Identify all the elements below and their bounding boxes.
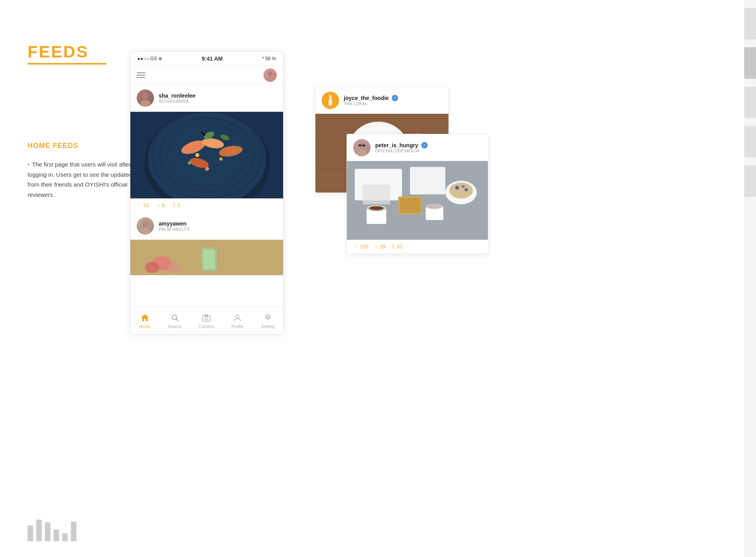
- share-action[interactable]: ⤴ 5: [173, 202, 180, 208]
- hamburger-icon[interactable]: [137, 72, 145, 78]
- card-share-icon: ⤴: [392, 244, 395, 250]
- svg-rect-73: [363, 185, 390, 204]
- feed-image-1[interactable]: [130, 112, 283, 198]
- share-count: 5: [178, 202, 180, 208]
- hamburger-line-3: [137, 77, 145, 78]
- card-username-2: peter_is_hungry: [375, 142, 418, 148]
- feed-username-2: amyyawen: [159, 220, 277, 227]
- nav-search[interactable]: Search: [168, 313, 182, 329]
- scroll-tab-4: [744, 126, 756, 157]
- search-icon: [170, 313, 180, 322]
- svg-rect-29: [203, 250, 215, 269]
- svg-line-32: [176, 319, 178, 321]
- feed-avatar-1[interactable]: [137, 89, 154, 107]
- card-user-info-1: joyce_the_foodie ✓ THE LOKAL: [344, 95, 398, 106]
- scroll-tab-2: [744, 47, 756, 79]
- cards-container: joyce_the_foodie ✓ THE LOKAL: [315, 87, 512, 339]
- like-action[interactable]: ♡ 33: [137, 202, 149, 208]
- home-feeds-text: The first page that users will visit aft…: [28, 161, 145, 198]
- card-share-action[interactable]: ⤴ 33: [392, 244, 402, 250]
- nav-home-label: Home: [139, 324, 150, 329]
- nav-home[interactable]: Home: [139, 313, 150, 329]
- feed-restaurant-1: SUSHISAMBA: [159, 99, 277, 104]
- camera-icon: [202, 313, 211, 322]
- hamburger-line-1: [137, 72, 145, 73]
- clock: 9:41 AM: [202, 56, 222, 62]
- card-image-2: [347, 161, 488, 240]
- card-restaurant-2: Oficina 1000 Miglia: [375, 148, 428, 153]
- profile-icon: [233, 313, 242, 322]
- home-icon: [140, 313, 150, 322]
- feed-user-info-2: amyyawen PALM VAULTS: [159, 220, 277, 231]
- nav-avatar[interactable]: [263, 68, 277, 82]
- svg-point-70: [455, 186, 459, 190]
- nav-camera[interactable]: Camera: [199, 313, 214, 329]
- signal-status: ●●○○ GS ⊕: [137, 56, 162, 61]
- svg-point-0: [268, 71, 272, 76]
- svg-marker-30: [141, 314, 149, 321]
- svg-point-65: [369, 206, 384, 210]
- setting-icon: [263, 313, 272, 322]
- svg-rect-57: [358, 144, 361, 146]
- phone-bottom-nav: Home Search Camera: [130, 307, 283, 334]
- svg-point-72: [465, 188, 468, 191]
- svg-rect-62: [410, 167, 445, 194]
- card-heart-icon: ♡: [353, 244, 358, 250]
- phone-mockup: ●●○○ GS ⊕ 9:41 AM * 58 % sha_ronleelee S: [130, 51, 284, 335]
- svg-point-3: [140, 100, 150, 107]
- scroll-tab-1: [744, 8, 756, 39]
- verified-badge-1: ✓: [392, 95, 398, 101]
- feed-avatar-2[interactable]: [137, 217, 154, 235]
- svg-point-22: [142, 221, 148, 227]
- svg-point-2: [142, 93, 148, 99]
- battery-status: * 58 %: [262, 56, 276, 61]
- card-header-1: joyce_the_foodie ✓ THE LOKAL: [315, 87, 448, 114]
- card-like-action[interactable]: ♡ 235: [353, 244, 369, 250]
- svg-point-34: [205, 317, 208, 320]
- card-share-count: 33: [397, 244, 402, 250]
- svg-point-27: [168, 263, 180, 273]
- nav-camera-label: Camera: [199, 324, 214, 329]
- comment-action[interactable]: ○ 6: [157, 202, 165, 208]
- svg-point-69: [449, 183, 473, 198]
- nav-setting[interactable]: Setting: [261, 313, 274, 329]
- feed-image-2[interactable]: [130, 240, 283, 275]
- card-user-info-2: peter_is_hungry ✓ Oficina 1000 Miglia: [375, 142, 428, 153]
- svg-point-36: [236, 315, 239, 318]
- card-comment-icon: ○: [375, 244, 378, 250]
- verified-badge-2: ✓: [421, 142, 428, 148]
- svg-point-1: [266, 76, 274, 82]
- card-avatar-2[interactable]: [353, 139, 371, 156]
- svg-point-31: [172, 315, 177, 320]
- card-comment-action[interactable]: ○ 29: [375, 244, 385, 250]
- bar-5: [62, 533, 68, 541]
- comment-count: 6: [162, 202, 165, 208]
- svg-point-18: [205, 167, 209, 171]
- card-restaurant-1: THE LOKAL: [344, 101, 398, 106]
- bar-2: [36, 520, 42, 541]
- svg-point-20: [235, 146, 238, 148]
- home-feeds-label: HOME FEEDS: [28, 142, 78, 150]
- hamburger-line-2: [137, 75, 145, 76]
- title-underline: [28, 63, 106, 65]
- phone-nav-bar: [130, 66, 283, 85]
- scroll-tab-5: [744, 165, 756, 197]
- card-comment-count: 29: [380, 244, 385, 250]
- feed-item-2: amyyawen PALM VAULTS: [130, 213, 283, 240]
- bar-1: [28, 526, 33, 541]
- nav-profile[interactable]: Profile: [232, 313, 244, 329]
- card-actions-2: ♡ 235 ○ 29 ⤴ 33: [347, 240, 488, 254]
- svg-point-56: [357, 150, 367, 156]
- feed-actions-1: ♡ 33 ○ 6 ⤴ 5: [130, 198, 283, 213]
- comment-icon: ○: [157, 202, 160, 208]
- feed-user-info-1: sha_ronleelee SUSHISAMBA: [159, 93, 277, 104]
- svg-point-71: [461, 185, 465, 188]
- svg-point-17: [219, 157, 222, 161]
- svg-point-37: [266, 316, 269, 319]
- svg-rect-40: [328, 100, 332, 105]
- bar-3: [45, 522, 50, 541]
- card-avatar-1[interactable]: [322, 92, 339, 109]
- svg-rect-35: [205, 315, 208, 316]
- svg-point-16: [195, 153, 199, 157]
- svg-point-23: [140, 228, 150, 235]
